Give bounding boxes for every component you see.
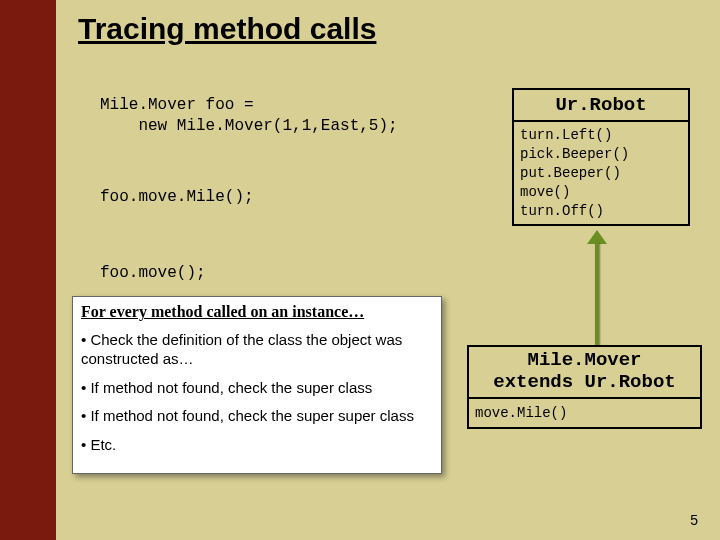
class-box-milemover-methods: move.Mile() [469,399,700,427]
class-box-urrobot-title: Ur.Robot [514,90,688,122]
class-box-milemover-title-line2: extends Ur.Robot [493,371,675,393]
code-call-move: foo.move(); [100,264,206,282]
class-box-milemover-title: Mile.Mover extends Ur.Robot [469,347,700,399]
code-call-movemile: foo.move.Mile(); [100,188,254,206]
class-box-milemover-title-line1: Mile.Mover [527,349,641,371]
page-number: 5 [690,512,698,528]
class-box-urrobot: Ur.Robot turn.Left() pick.Beeper() put.B… [512,88,690,226]
code-declaration: Mile.Mover foo = new Mile.Mover(1,1,East… [100,95,398,137]
explanation-header: For every method called on an instance… [81,303,433,321]
explanation-bullet-2: • If method not found, check the super c… [81,379,433,398]
class-box-urrobot-methods: turn.Left() pick.Beeper() put.Beeper() m… [514,122,688,224]
extends-arrow-icon [590,230,604,345]
class-box-milemover: Mile.Mover extends Ur.Robot move.Mile() [467,345,702,429]
explanation-bullet-1: • Check the definition of the class the … [81,331,433,369]
explanation-bullet-3: • If method not found, check the super s… [81,407,433,426]
slide-title: Tracing method calls [78,12,376,46]
explanation-box: For every method called on an instance… … [72,296,442,474]
explanation-bullet-4: • Etc. [81,436,433,455]
